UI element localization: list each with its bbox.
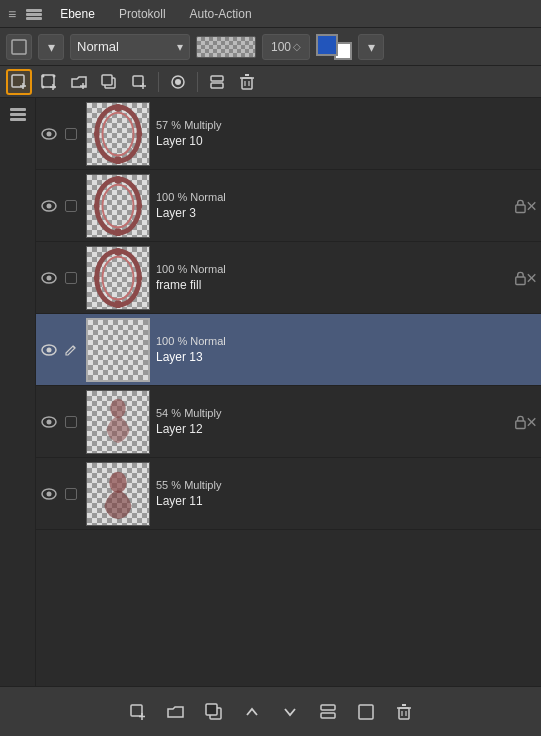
tab-autoaction[interactable]: Auto-Action bbox=[180, 5, 262, 23]
checkbox-box bbox=[65, 128, 77, 140]
layer-sidebar bbox=[0, 98, 36, 686]
svg-rect-79 bbox=[321, 705, 335, 710]
delete-layer-btn[interactable] bbox=[234, 69, 260, 95]
bottom-move-up-btn[interactable] bbox=[237, 697, 267, 727]
layer-blend-mode: 54 % Multiply bbox=[156, 407, 513, 419]
bottom-clear-btn[interactable] bbox=[351, 697, 381, 727]
svg-point-37 bbox=[114, 103, 122, 111]
svg-point-67 bbox=[110, 398, 126, 417]
svg-point-66 bbox=[47, 419, 52, 424]
new-raster-layer-btn[interactable] bbox=[6, 69, 32, 95]
layer-visibility-toggle[interactable] bbox=[36, 343, 62, 357]
copy-merged-btn[interactable] bbox=[126, 69, 152, 95]
layer-visibility-toggle[interactable] bbox=[36, 127, 62, 141]
layer-info: 100 % Normal Layer 3 bbox=[156, 191, 513, 220]
svg-point-73 bbox=[109, 471, 126, 492]
merge-down-btn[interactable] bbox=[204, 69, 230, 95]
layer-name: Layer 10 bbox=[156, 134, 541, 148]
bottom-merge-btn[interactable] bbox=[313, 697, 343, 727]
svg-point-58 bbox=[94, 275, 100, 281]
layer-row[interactable]: 54 % Multiply Layer 12 bbox=[36, 386, 541, 458]
layer-lock-icon bbox=[513, 270, 537, 286]
layer-visibility-toggle[interactable] bbox=[36, 271, 62, 285]
new-group-btn[interactable] bbox=[66, 69, 92, 95]
svg-point-34 bbox=[47, 131, 52, 136]
layer-info: 100 % Normal frame fill bbox=[156, 263, 513, 292]
opacity-preview bbox=[196, 36, 256, 58]
opacity-stepper[interactable]: ◇ bbox=[293, 41, 301, 52]
layer-name: Layer 11 bbox=[156, 494, 541, 508]
svg-rect-23 bbox=[211, 76, 223, 81]
layer-info: 57 % Multiply Layer 10 bbox=[156, 119, 541, 148]
layer-row[interactable]: 100 % Normal frame fill bbox=[36, 242, 541, 314]
opacity-field[interactable]: 100 ◇ bbox=[262, 34, 310, 60]
layer-name: Layer 3 bbox=[156, 206, 513, 220]
layer-name: Layer 12 bbox=[156, 422, 513, 436]
menu-icon[interactable]: ≡ bbox=[8, 6, 16, 22]
svg-rect-78 bbox=[206, 704, 217, 715]
svg-point-46 bbox=[114, 228, 122, 236]
bottom-group-btn[interactable] bbox=[161, 697, 191, 727]
svg-rect-80 bbox=[321, 713, 335, 718]
svg-point-59 bbox=[136, 275, 142, 281]
layer-visibility-toggle[interactable] bbox=[36, 199, 62, 213]
svg-point-42 bbox=[47, 203, 52, 208]
layer-row[interactable]: 100 % Normal Layer 3 bbox=[36, 170, 541, 242]
svg-rect-3 bbox=[12, 40, 26, 54]
bottom-duplicate-btn[interactable] bbox=[199, 697, 229, 727]
svg-rect-24 bbox=[211, 83, 223, 88]
bottom-toolbar bbox=[0, 686, 541, 736]
bottom-delete-btn[interactable] bbox=[389, 697, 419, 727]
flatten-btn[interactable] bbox=[165, 69, 191, 95]
toolbar-divider-2 bbox=[197, 72, 198, 92]
title-bar: ≡ Ebene Protokoll Auto-Action bbox=[0, 0, 541, 28]
duplicate-layer-btn[interactable] bbox=[96, 69, 122, 95]
layer-blend-mode: 100 % Normal bbox=[156, 335, 541, 347]
svg-rect-18 bbox=[133, 76, 143, 86]
new-vector-layer-btn[interactable] bbox=[36, 69, 62, 95]
blend-mode-select[interactable]: Normal ▾ bbox=[70, 34, 190, 60]
svg-point-36 bbox=[103, 112, 134, 155]
layer-visibility-toggle[interactable] bbox=[36, 487, 62, 501]
foreground-color-swatch bbox=[316, 34, 338, 56]
layer-blend-mode: 57 % Multiply bbox=[156, 119, 541, 131]
layer-checkbox[interactable] bbox=[62, 416, 80, 428]
blend-mode-label: Normal bbox=[77, 39, 173, 54]
checkbox-box bbox=[65, 416, 77, 428]
dropdown-arrow-btn[interactable]: ▾ bbox=[38, 34, 64, 60]
color-swatch[interactable] bbox=[316, 34, 352, 60]
layer-checkbox[interactable] bbox=[62, 128, 80, 140]
svg-point-47 bbox=[94, 203, 100, 209]
layer-row[interactable]: 57 % Multiply Layer 10 bbox=[36, 98, 541, 170]
layer-row[interactable]: 55 % Multiply Layer 11 bbox=[36, 458, 541, 530]
checkbox-box bbox=[65, 272, 77, 284]
svg-point-55 bbox=[103, 256, 134, 299]
layer-checkbox[interactable] bbox=[62, 488, 80, 500]
layer-thumbnail bbox=[86, 246, 150, 310]
layer-visibility-toggle[interactable] bbox=[36, 415, 62, 429]
checkbox-box bbox=[65, 200, 77, 212]
bottom-move-down-btn[interactable] bbox=[275, 697, 305, 727]
layer-checkbox[interactable] bbox=[62, 272, 80, 284]
tab-ebene[interactable]: Ebene bbox=[50, 5, 105, 23]
svg-point-10 bbox=[42, 85, 45, 88]
layer-thumbnail bbox=[86, 390, 150, 454]
svg-point-48 bbox=[136, 203, 142, 209]
tab-protokoll[interactable]: Protokoll bbox=[109, 5, 176, 23]
layer-lock-icon bbox=[513, 198, 537, 214]
layer-checkbox[interactable] bbox=[62, 200, 80, 212]
bottom-new-layer-btn[interactable] bbox=[123, 697, 153, 727]
layer-lock-icon bbox=[513, 414, 537, 430]
layer-list: 57 % Multiply Layer 10 bbox=[36, 98, 541, 686]
svg-point-44 bbox=[103, 184, 134, 227]
svg-rect-32 bbox=[10, 118, 26, 121]
color-dropdown-btn[interactable]: ▾ bbox=[358, 34, 384, 60]
svg-rect-0 bbox=[26, 9, 42, 12]
svg-point-8 bbox=[42, 74, 45, 77]
toolbar-row2 bbox=[0, 66, 541, 98]
layer-type-toggle[interactable] bbox=[6, 34, 32, 60]
layer-row[interactable]: 100 % Normal Layer 13 bbox=[36, 314, 541, 386]
sidebar-layer-toggle[interactable] bbox=[5, 102, 31, 128]
blend-dropdown-arrow: ▾ bbox=[177, 40, 183, 54]
toolbar-divider-1 bbox=[158, 72, 159, 92]
